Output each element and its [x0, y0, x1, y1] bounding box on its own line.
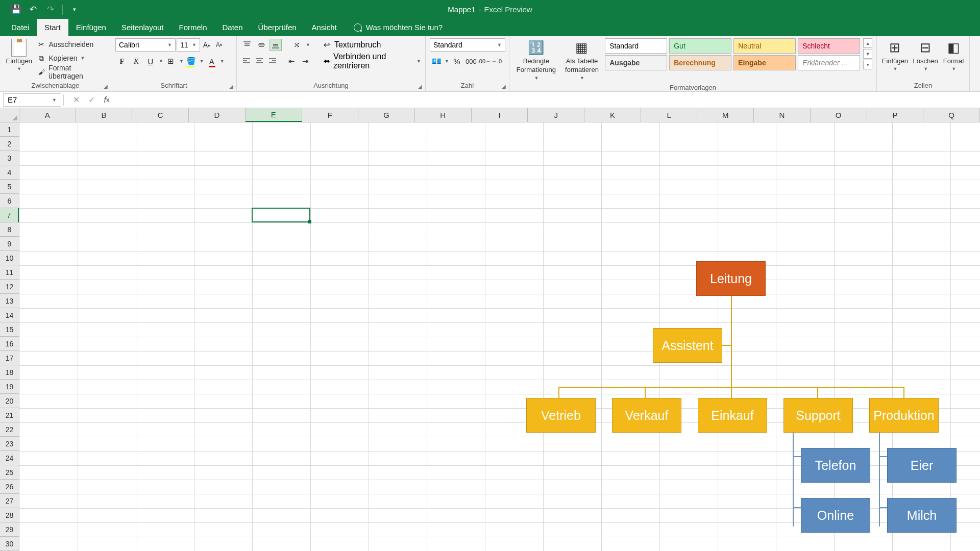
delete-cells-button[interactable]: ⊟Löschen▼ [912, 38, 939, 72]
row-header-16[interactable]: 16 [0, 337, 19, 351]
tab-seitenlayout[interactable]: Seitenlayout [114, 19, 172, 36]
tab-ansicht[interactable]: Ansicht [304, 19, 345, 36]
decrease-decimal-button[interactable]: ←.0 [491, 55, 502, 68]
col-header-L[interactable]: L [641, 108, 698, 122]
org-node-assistent[interactable]: Assistent [653, 328, 722, 363]
redo-button[interactable]: ↷ [44, 3, 57, 16]
row-header-30[interactable]: 30 [0, 537, 19, 551]
org-node-online[interactable]: Online [801, 498, 870, 533]
align-right-button[interactable] [267, 55, 278, 67]
paste-button[interactable]: Einfügen ▼ [4, 38, 34, 72]
org-node-einkauf[interactable]: Einkauf [698, 398, 767, 433]
row-header-18[interactable]: 18 [0, 365, 19, 380]
merge-center-button[interactable]: ⬌Verbinden und zentrieren▼ [323, 55, 421, 67]
formula-input[interactable] [117, 93, 980, 107]
cut-button[interactable]: Ausschneiden [37, 38, 107, 51]
grow-font-button[interactable]: A▴ [201, 38, 212, 52]
orientation-button[interactable]: ⤭ [290, 38, 303, 52]
row-headers[interactable]: 1234567891011121314151617181920212223242… [0, 122, 19, 551]
cells-area[interactable]: Leitung Assistent Vetrieb Verkauf Einkau… [19, 122, 980, 551]
org-node-milch[interactable]: Milch [887, 498, 957, 533]
row-header-27[interactable]: 27 [0, 494, 19, 508]
tab-datei[interactable]: Datei [4, 19, 37, 36]
fill-handle[interactable] [308, 220, 311, 223]
style-gut[interactable]: Gut [669, 38, 731, 54]
dialog-launcher-icon[interactable]: ◢ [228, 83, 235, 90]
name-box[interactable]: E7▼ [3, 93, 61, 107]
row-header-28[interactable]: 28 [0, 508, 19, 522]
font-size-combo[interactable]: 11▼ [177, 38, 200, 52]
row-header-9[interactable]: 9 [0, 237, 19, 251]
percent-button[interactable]: % [450, 55, 463, 68]
col-header-I[interactable]: I [472, 108, 528, 122]
format-painter-button[interactable]: Format übertragen [37, 66, 107, 78]
org-node-vetrieb[interactable]: Vetrieb [526, 398, 596, 433]
cell-styles-gallery[interactable]: Standard Gut Neutral Schlecht Ausgabe Be… [605, 38, 860, 70]
col-header-A[interactable]: A [19, 108, 76, 122]
col-header-H[interactable]: H [415, 108, 472, 122]
style-erklaerend[interactable]: Erklärender ... [798, 55, 860, 70]
italic-button[interactable]: K [130, 55, 143, 68]
style-berechnung[interactable]: Berechnung [669, 55, 731, 70]
row-header-23[interactable]: 23 [0, 437, 19, 451]
row-header-15[interactable]: 15 [0, 322, 19, 337]
smartart-org-chart[interactable]: Leitung Assistent Vetrieb Verkauf Einkau… [526, 261, 970, 547]
shrink-font-button[interactable]: A▾ [213, 38, 225, 52]
more-icon[interactable]: ▾ [863, 60, 872, 69]
tab-daten[interactable]: Daten [215, 19, 251, 36]
align-center-button[interactable] [254, 55, 265, 67]
tab-einfuegen[interactable]: Einfügen [68, 19, 114, 36]
col-header-G[interactable]: G [358, 108, 415, 122]
row-header-20[interactable]: 20 [0, 394, 19, 408]
underline-button[interactable]: U [144, 55, 157, 68]
conditional-formatting-button[interactable]: 🔢 Bedingte Formatierung ▼ [513, 38, 559, 83]
org-node-support[interactable]: Support [783, 398, 853, 433]
wrap-text-button[interactable]: ↩Textumbruch [323, 39, 381, 51]
format-as-table-button[interactable]: ▦ Als Tabelle formatieren ▼ [562, 38, 602, 83]
row-header-11[interactable]: 11 [0, 265, 19, 280]
styles-scroll[interactable]: ▲ ▼ ▾ [863, 38, 872, 69]
fill-color-button[interactable]: 🪣 [185, 55, 198, 68]
row-header-1[interactable]: 1 [0, 122, 19, 137]
row-header-14[interactable]: 14 [0, 308, 19, 322]
row-header-12[interactable]: 12 [0, 280, 19, 294]
align-left-button[interactable] [241, 55, 252, 67]
bold-button[interactable]: F [115, 55, 129, 68]
row-header-2[interactable]: 2 [0, 137, 19, 151]
increase-decimal-button[interactable]: .00→ [479, 55, 490, 68]
scroll-up-icon[interactable]: ▲ [863, 38, 872, 48]
col-header-Q[interactable]: Q [923, 108, 980, 122]
row-header-25[interactable]: 25 [0, 465, 19, 480]
org-node-verkauf[interactable]: Verkauf [612, 398, 681, 433]
fx-button[interactable]: fx [100, 93, 114, 107]
row-header-7[interactable]: 7 [0, 208, 19, 222]
col-header-B[interactable]: B [76, 108, 133, 122]
number-format-combo[interactable]: Standard▼ [430, 38, 505, 52]
col-header-C[interactable]: C [132, 108, 189, 122]
align-top-button[interactable] [241, 39, 253, 51]
row-header-13[interactable]: 13 [0, 294, 19, 308]
font-color-button[interactable]: A [205, 55, 218, 68]
borders-button[interactable]: ⊞ [164, 55, 178, 68]
save-button[interactable]: 💾 [9, 3, 22, 16]
accept-formula-button[interactable]: ✓ [84, 93, 99, 107]
undo-button[interactable]: ↶ [27, 3, 40, 16]
tell-me[interactable]: Was möchten Sie tun? [354, 23, 443, 36]
row-header-24[interactable]: 24 [0, 451, 19, 465]
org-node-eier[interactable]: Eier [887, 448, 957, 483]
col-header-D[interactable]: D [189, 108, 246, 122]
tab-start[interactable]: Start [37, 19, 68, 36]
decrease-indent-button[interactable]: ⇤ [286, 55, 298, 68]
copy-button[interactable]: Kopieren▼ [37, 52, 107, 64]
column-headers[interactable]: ABCDEFGHIJKLMNOPQ [19, 108, 980, 122]
col-header-N[interactable]: N [754, 108, 811, 122]
row-header-19[interactable]: 19 [0, 380, 19, 394]
tab-ueberpruefen[interactable]: Überprüfen [251, 19, 304, 36]
row-header-5[interactable]: 5 [0, 180, 19, 194]
format-cells-button[interactable]: ◧Format▼ [942, 38, 966, 72]
worksheet-grid[interactable]: ABCDEFGHIJKLMNOPQ 1234567891011121314151… [0, 108, 980, 551]
dialog-launcher-icon[interactable]: ◢ [102, 83, 109, 90]
col-header-F[interactable]: F [302, 108, 359, 122]
qat-customize[interactable]: ▾ [68, 3, 81, 16]
cancel-formula-button[interactable]: ✕ [69, 93, 83, 107]
